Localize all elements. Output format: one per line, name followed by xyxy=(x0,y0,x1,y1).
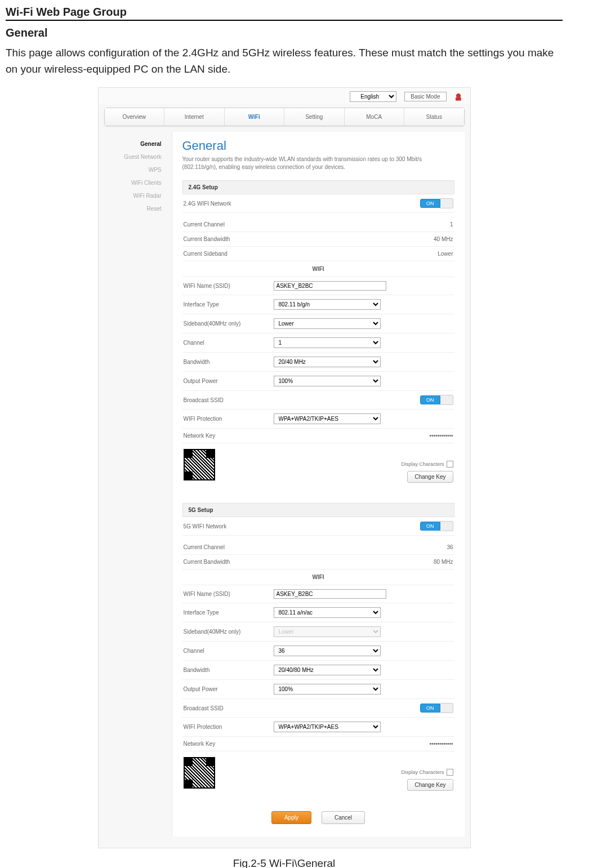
select-5g-prot[interactable]: WPA+WPA2/TKIP+AES xyxy=(274,722,381,732)
figure-caption: Fig.2-5 Wi-Fi\General xyxy=(6,857,563,868)
select-24g-channel[interactable]: 1 xyxy=(274,337,381,348)
label-5g-network: 5G WIFI Network xyxy=(184,523,274,529)
tab-wifi[interactable]: WiFi xyxy=(225,108,285,126)
apply-button[interactable]: Apply xyxy=(271,811,311,824)
subheader-wifi-5g: WIFI xyxy=(182,569,454,585)
toggle-5g[interactable]: ON xyxy=(420,521,453,531)
section-24g: 2.4G Setup xyxy=(182,180,454,194)
label-5g-itype: Interface Type xyxy=(184,609,274,616)
label-5g-bssid: Broadcast SSID xyxy=(184,705,274,711)
value-24g-key: •••••••••••• xyxy=(274,433,453,439)
page-desc: Your router supports the industry-wide W… xyxy=(182,155,454,171)
sidebar-general[interactable]: General xyxy=(104,137,166,150)
label-5g-prot: WIFI Protection xyxy=(184,724,274,730)
logout-icon[interactable] xyxy=(454,93,462,101)
select-5g-sideband: Lower xyxy=(274,626,381,637)
checkbox-icon[interactable] xyxy=(447,769,453,776)
toggle-24g[interactable]: ON xyxy=(420,198,453,208)
toggle-5g-bssid[interactable]: ON xyxy=(420,703,453,713)
main-tabs: Overview Internet WiFi Setting MoCA Stat… xyxy=(104,108,465,126)
tab-setting[interactable]: Setting xyxy=(284,108,345,126)
value-24g-curchannel: 1 xyxy=(274,221,453,228)
page-title: General xyxy=(182,139,454,153)
tab-status[interactable]: Status xyxy=(404,108,464,126)
doc-section-title: Wi-Fi Web Page Group xyxy=(6,6,563,21)
select-24g-prot[interactable]: WPA+WPA2/TKIP+AES xyxy=(274,413,381,424)
select-5g-itype[interactable]: 802.11 a/n/ac xyxy=(274,607,381,618)
value-5g-curchannel: 36 xyxy=(274,544,453,550)
select-5g-bw[interactable]: 20/40/80 MHz xyxy=(274,665,381,675)
label-24g-curbw: Current Bandwidth xyxy=(184,236,274,242)
change-key-24g-button[interactable]: Change Key xyxy=(407,471,453,483)
sidebar-guest[interactable]: Guest Network xyxy=(104,150,166,163)
value-5g-curbw: 80 MHz xyxy=(274,559,453,565)
select-5g-power[interactable]: 100% xyxy=(274,684,381,695)
label-5g-power: Output Power xyxy=(184,686,274,692)
sidebar-clients[interactable]: WiFi Clients xyxy=(104,176,166,189)
language-select[interactable]: English xyxy=(350,91,396,102)
change-key-5g-button[interactable]: Change Key xyxy=(407,779,453,791)
select-24g-power[interactable]: 100% xyxy=(274,376,381,386)
tab-internet[interactable]: Internet xyxy=(164,108,225,126)
sidebar-reset[interactable]: Reset xyxy=(104,202,166,215)
input-24g-ssid[interactable] xyxy=(274,281,386,291)
display-chars-5g[interactable]: Display Characters xyxy=(401,769,453,776)
label-5g-bw: Bandwidth xyxy=(184,667,274,673)
router-screenshot: English Basic Mode Overview Internet WiF… xyxy=(98,87,471,848)
value-24g-curbw: 40 MHz xyxy=(274,236,453,242)
select-5g-channel[interactable]: 36 xyxy=(274,646,381,656)
select-24g-bw[interactable]: 20/40 MHz xyxy=(274,357,381,367)
label-24g-sideband: Sideband(40MHz only) xyxy=(184,321,274,327)
doc-description: This page allows configuration of the 2.… xyxy=(6,45,563,77)
wifi-sidebar: General Guest Network WPS WiFi Clients W… xyxy=(104,132,166,836)
label-5g-ssid: WIFI Name (SSID) xyxy=(184,591,274,597)
label-24g-itype: Interface Type xyxy=(184,301,274,308)
doc-subheading: General xyxy=(6,26,563,39)
qr-code-5g xyxy=(184,757,215,789)
tab-moca[interactable]: MoCA xyxy=(345,108,405,126)
subheader-wifi-24g: WIFI xyxy=(182,261,454,277)
label-24g-prot: WIFI Protection xyxy=(184,416,274,422)
select-24g-sideband[interactable]: Lower xyxy=(274,318,381,329)
value-24g-cursb: Lower xyxy=(274,251,453,257)
select-24g-itype[interactable]: 802.11 b/g/n xyxy=(274,299,381,310)
input-5g-ssid[interactable] xyxy=(274,589,386,599)
label-24g-cursb: Current Sideband xyxy=(184,251,274,257)
label-5g-key: Network Key xyxy=(184,741,274,747)
label-5g-sideband: Sideband(40MHz only) xyxy=(184,629,274,635)
value-5g-key: •••••••••••• xyxy=(274,741,453,747)
cancel-button[interactable]: Cancel xyxy=(322,811,365,824)
label-24g-bw: Bandwidth xyxy=(184,359,274,365)
label-5g-curchannel: Current Channel xyxy=(184,544,274,550)
label-24g-bssid: Broadcast SSID xyxy=(184,397,274,403)
sidebar-radar[interactable]: WiFi Radar xyxy=(104,189,166,202)
section-5g: 5G Setup xyxy=(182,503,454,517)
label-24g-network: 2.4G WIFI Network xyxy=(184,201,274,207)
display-chars-24g[interactable]: Display Characters xyxy=(401,461,453,468)
tab-overview[interactable]: Overview xyxy=(105,108,165,126)
label-5g-curbw: Current Bandwidth xyxy=(184,559,274,565)
sidebar-wps[interactable]: WPS xyxy=(104,163,166,176)
mode-button[interactable]: Basic Mode xyxy=(404,92,446,101)
label-24g-power: Output Power xyxy=(184,378,274,384)
label-5g-channel: Channel xyxy=(184,648,274,654)
checkbox-icon[interactable] xyxy=(447,461,453,468)
label-24g-curchannel: Current Channel xyxy=(184,221,274,228)
label-24g-ssid: WIFI Name (SSID) xyxy=(184,283,274,289)
toggle-24g-bssid[interactable]: ON xyxy=(420,395,453,405)
label-24g-channel: Channel xyxy=(184,340,274,346)
label-24g-key: Network Key xyxy=(184,433,274,439)
qr-code-24g xyxy=(184,449,215,480)
